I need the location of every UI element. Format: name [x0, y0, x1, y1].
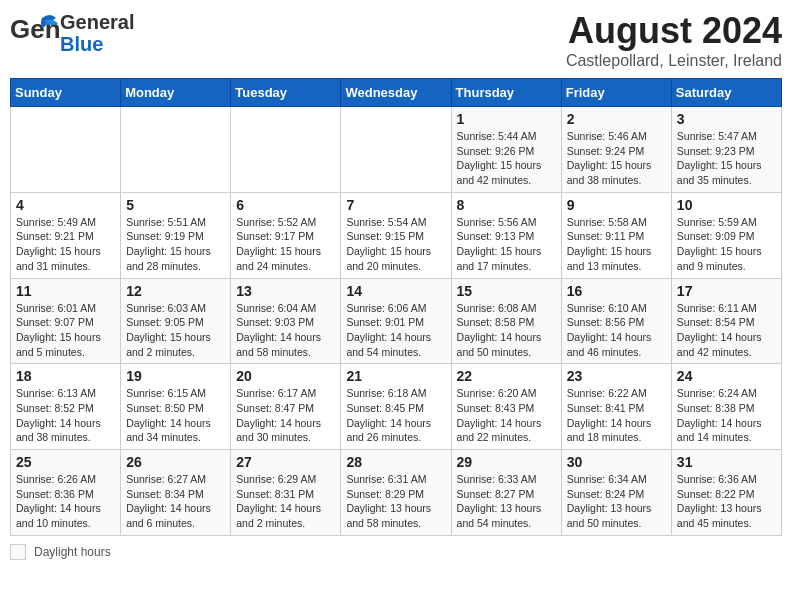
- day-number: 2: [567, 111, 666, 127]
- calendar-cell: 23Sunrise: 6:22 AM Sunset: 8:41 PM Dayli…: [561, 364, 671, 450]
- calendar-day-header: Thursday: [451, 79, 561, 107]
- day-number: 29: [457, 454, 556, 470]
- day-number: 11: [16, 283, 115, 299]
- calendar-day-header: Saturday: [671, 79, 781, 107]
- page-title: August 2024: [566, 10, 782, 52]
- calendar-cell: 28Sunrise: 6:31 AM Sunset: 8:29 PM Dayli…: [341, 450, 451, 536]
- day-number: 16: [567, 283, 666, 299]
- calendar-cell: 16Sunrise: 6:10 AM Sunset: 8:56 PM Dayli…: [561, 278, 671, 364]
- calendar-day-header: Sunday: [11, 79, 121, 107]
- day-number: 26: [126, 454, 225, 470]
- daylight-box: [10, 544, 26, 560]
- calendar-cell: [341, 107, 451, 193]
- day-info: Sunrise: 5:58 AM Sunset: 9:11 PM Dayligh…: [567, 215, 666, 274]
- day-info: Sunrise: 5:52 AM Sunset: 9:17 PM Dayligh…: [236, 215, 335, 274]
- day-number: 12: [126, 283, 225, 299]
- day-number: 5: [126, 197, 225, 213]
- logo: Gen General Blue: [10, 10, 134, 55]
- day-info: Sunrise: 6:06 AM Sunset: 9:01 PM Dayligh…: [346, 301, 445, 360]
- day-info: Sunrise: 6:34 AM Sunset: 8:24 PM Dayligh…: [567, 472, 666, 531]
- day-info: Sunrise: 5:51 AM Sunset: 9:19 PM Dayligh…: [126, 215, 225, 274]
- calendar-cell: 15Sunrise: 6:08 AM Sunset: 8:58 PM Dayli…: [451, 278, 561, 364]
- day-info: Sunrise: 5:56 AM Sunset: 9:13 PM Dayligh…: [457, 215, 556, 274]
- calendar-cell: 22Sunrise: 6:20 AM Sunset: 8:43 PM Dayli…: [451, 364, 561, 450]
- day-info: Sunrise: 6:27 AM Sunset: 8:34 PM Dayligh…: [126, 472, 225, 531]
- calendar-cell: 17Sunrise: 6:11 AM Sunset: 8:54 PM Dayli…: [671, 278, 781, 364]
- calendar-cell: 4Sunrise: 5:49 AM Sunset: 9:21 PM Daylig…: [11, 192, 121, 278]
- day-number: 15: [457, 283, 556, 299]
- day-number: 28: [346, 454, 445, 470]
- calendar-cell: 13Sunrise: 6:04 AM Sunset: 9:03 PM Dayli…: [231, 278, 341, 364]
- calendar-day-header: Friday: [561, 79, 671, 107]
- day-number: 10: [677, 197, 776, 213]
- day-number: 3: [677, 111, 776, 127]
- calendar-cell: 7Sunrise: 5:54 AM Sunset: 9:15 PM Daylig…: [341, 192, 451, 278]
- calendar-cell: [231, 107, 341, 193]
- day-info: Sunrise: 5:49 AM Sunset: 9:21 PM Dayligh…: [16, 215, 115, 274]
- calendar-cell: 30Sunrise: 6:34 AM Sunset: 8:24 PM Dayli…: [561, 450, 671, 536]
- logo-icon: Gen: [10, 10, 60, 55]
- day-number: 9: [567, 197, 666, 213]
- calendar-cell: [121, 107, 231, 193]
- calendar-cell: 9Sunrise: 5:58 AM Sunset: 9:11 PM Daylig…: [561, 192, 671, 278]
- calendar-cell: 11Sunrise: 6:01 AM Sunset: 9:07 PM Dayli…: [11, 278, 121, 364]
- calendar-cell: 5Sunrise: 5:51 AM Sunset: 9:19 PM Daylig…: [121, 192, 231, 278]
- calendar-cell: 25Sunrise: 6:26 AM Sunset: 8:36 PM Dayli…: [11, 450, 121, 536]
- day-info: Sunrise: 5:54 AM Sunset: 9:15 PM Dayligh…: [346, 215, 445, 274]
- day-number: 6: [236, 197, 335, 213]
- logo-blue: Blue: [60, 33, 134, 55]
- calendar-cell: 20Sunrise: 6:17 AM Sunset: 8:47 PM Dayli…: [231, 364, 341, 450]
- calendar-day-header: Tuesday: [231, 79, 341, 107]
- calendar-cell: 3Sunrise: 5:47 AM Sunset: 9:23 PM Daylig…: [671, 107, 781, 193]
- calendar-day-header: Monday: [121, 79, 231, 107]
- day-number: 27: [236, 454, 335, 470]
- day-info: Sunrise: 6:03 AM Sunset: 9:05 PM Dayligh…: [126, 301, 225, 360]
- day-info: Sunrise: 6:29 AM Sunset: 8:31 PM Dayligh…: [236, 472, 335, 531]
- title-block: August 2024 Castlepollard, Leinster, Ire…: [566, 10, 782, 70]
- day-number: 21: [346, 368, 445, 384]
- day-info: Sunrise: 6:31 AM Sunset: 8:29 PM Dayligh…: [346, 472, 445, 531]
- day-info: Sunrise: 6:13 AM Sunset: 8:52 PM Dayligh…: [16, 386, 115, 445]
- calendar-header: SundayMondayTuesdayWednesdayThursdayFrid…: [11, 79, 782, 107]
- day-info: Sunrise: 5:44 AM Sunset: 9:26 PM Dayligh…: [457, 129, 556, 188]
- day-info: Sunrise: 6:04 AM Sunset: 9:03 PM Dayligh…: [236, 301, 335, 360]
- calendar-cell: 26Sunrise: 6:27 AM Sunset: 8:34 PM Dayli…: [121, 450, 231, 536]
- day-number: 22: [457, 368, 556, 384]
- day-info: Sunrise: 6:01 AM Sunset: 9:07 PM Dayligh…: [16, 301, 115, 360]
- day-info: Sunrise: 6:26 AM Sunset: 8:36 PM Dayligh…: [16, 472, 115, 531]
- day-info: Sunrise: 5:47 AM Sunset: 9:23 PM Dayligh…: [677, 129, 776, 188]
- calendar-day-header: Wednesday: [341, 79, 451, 107]
- calendar-cell: 24Sunrise: 6:24 AM Sunset: 8:38 PM Dayli…: [671, 364, 781, 450]
- day-info: Sunrise: 6:11 AM Sunset: 8:54 PM Dayligh…: [677, 301, 776, 360]
- day-number: 25: [16, 454, 115, 470]
- calendar-cell: [11, 107, 121, 193]
- calendar-table: SundayMondayTuesdayWednesdayThursdayFrid…: [10, 78, 782, 536]
- day-number: 30: [567, 454, 666, 470]
- day-number: 24: [677, 368, 776, 384]
- day-info: Sunrise: 6:08 AM Sunset: 8:58 PM Dayligh…: [457, 301, 556, 360]
- day-number: 17: [677, 283, 776, 299]
- day-number: 23: [567, 368, 666, 384]
- day-info: Sunrise: 6:17 AM Sunset: 8:47 PM Dayligh…: [236, 386, 335, 445]
- calendar-cell: 31Sunrise: 6:36 AM Sunset: 8:22 PM Dayli…: [671, 450, 781, 536]
- page-subtitle: Castlepollard, Leinster, Ireland: [566, 52, 782, 70]
- day-number: 13: [236, 283, 335, 299]
- calendar-cell: 21Sunrise: 6:18 AM Sunset: 8:45 PM Dayli…: [341, 364, 451, 450]
- day-number: 4: [16, 197, 115, 213]
- page-header: Gen General Blue August 2024 Castlepolla…: [10, 10, 782, 70]
- calendar-cell: 2Sunrise: 5:46 AM Sunset: 9:24 PM Daylig…: [561, 107, 671, 193]
- day-number: 7: [346, 197, 445, 213]
- day-number: 31: [677, 454, 776, 470]
- calendar-cell: 14Sunrise: 6:06 AM Sunset: 9:01 PM Dayli…: [341, 278, 451, 364]
- calendar-cell: 1Sunrise: 5:44 AM Sunset: 9:26 PM Daylig…: [451, 107, 561, 193]
- day-info: Sunrise: 6:10 AM Sunset: 8:56 PM Dayligh…: [567, 301, 666, 360]
- day-info: Sunrise: 6:22 AM Sunset: 8:41 PM Dayligh…: [567, 386, 666, 445]
- calendar-cell: 6Sunrise: 5:52 AM Sunset: 9:17 PM Daylig…: [231, 192, 341, 278]
- calendar-cell: 8Sunrise: 5:56 AM Sunset: 9:13 PM Daylig…: [451, 192, 561, 278]
- day-info: Sunrise: 6:18 AM Sunset: 8:45 PM Dayligh…: [346, 386, 445, 445]
- day-number: 19: [126, 368, 225, 384]
- day-number: 20: [236, 368, 335, 384]
- calendar-cell: 12Sunrise: 6:03 AM Sunset: 9:05 PM Dayli…: [121, 278, 231, 364]
- day-info: Sunrise: 5:59 AM Sunset: 9:09 PM Dayligh…: [677, 215, 776, 274]
- calendar-cell: 29Sunrise: 6:33 AM Sunset: 8:27 PM Dayli…: [451, 450, 561, 536]
